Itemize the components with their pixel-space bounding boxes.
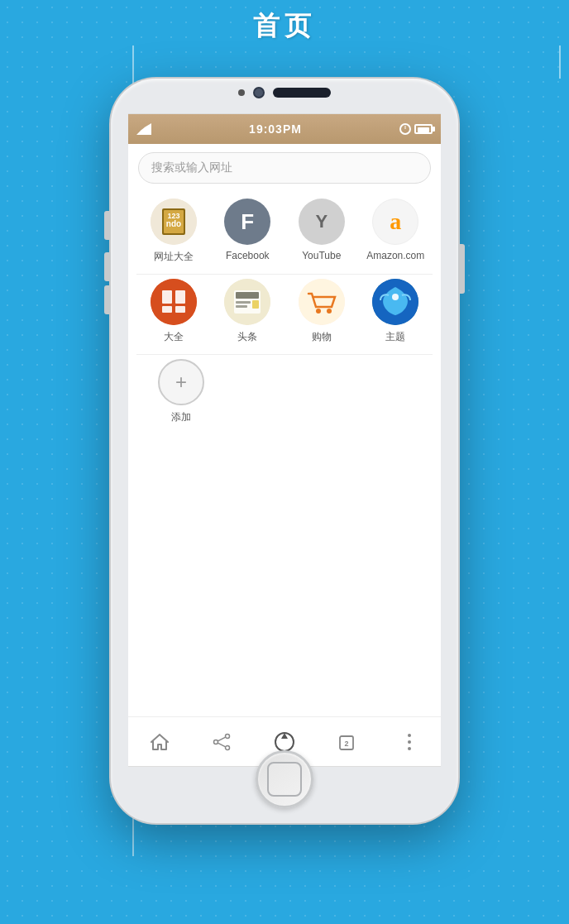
app-item-zhuti[interactable]: 主题 — [362, 279, 428, 344]
app-label-daquan: 大全 — [164, 330, 184, 344]
svg-point-20 — [392, 294, 399, 300]
app-item-amazon[interactable]: a Amazon.com — [362, 199, 428, 264]
home-icon — [151, 733, 169, 751]
app-label-wangzhi: 网址大全 — [154, 250, 194, 264]
app-row-2: 大全 头条 — [136, 279, 433, 355]
app-label-facebook: Facebook — [226, 250, 270, 261]
speaker-bar — [273, 88, 331, 98]
home-button-inner — [267, 762, 302, 797]
clock-icon — [399, 123, 411, 135]
app-icon-gouwu — [299, 279, 345, 325]
bracket-decoration-right — [559, 45, 561, 79]
app-label-youtube: YouTube — [302, 250, 341, 261]
app-icon-toutiao — [224, 279, 270, 325]
svg-point-18 — [327, 309, 332, 314]
svg-point-5 — [151, 279, 197, 325]
svg-text:ndo: ndo — [166, 219, 181, 228]
amazon-letter: a — [390, 208, 401, 235]
app-icon-youtube: Y — [299, 199, 345, 245]
svg-point-23 — [226, 745, 230, 749]
svg-text:123: 123 — [167, 212, 179, 220]
nav-share-button[interactable] — [203, 724, 240, 760]
svg-rect-6 — [162, 290, 172, 304]
svg-rect-15 — [252, 300, 259, 309]
svg-rect-8 — [162, 306, 172, 313]
status-time: 19:03PM — [249, 122, 302, 136]
screen-inner: 19:03PM 搜索或输入网址 — [128, 113, 441, 767]
speaker-dot — [238, 89, 245, 96]
app-item-gouwu[interactable]: 购物 — [289, 279, 355, 344]
tabs-icon: 2 — [338, 733, 356, 751]
app-item-facebook[interactable]: F Facebook — [214, 199, 280, 264]
phone-top — [127, 87, 442, 98]
app-icon-wangzhi: ndo 123 — [151, 199, 197, 245]
battery-icon — [414, 124, 433, 134]
status-bar: 19:03PM — [128, 114, 441, 144]
app-item-wangzhi[interactable]: ndo 123 网址大全 — [141, 199, 207, 264]
svg-rect-14 — [236, 305, 247, 308]
nav-more-button[interactable] — [391, 724, 428, 760]
share-icon — [213, 733, 231, 751]
svg-rect-9 — [175, 306, 185, 313]
facebook-letter: F — [241, 209, 254, 235]
svg-line-24 — [218, 737, 226, 741]
app-grid: ndo 123 网址大全 F Facebook Y — [128, 192, 441, 445]
browser-icon — [274, 731, 295, 753]
svg-rect-7 — [175, 290, 185, 304]
add-item[interactable]: + 添加 — [148, 359, 214, 424]
app-item-youtube[interactable]: Y YouTube — [289, 199, 355, 264]
svg-point-22 — [214, 740, 218, 744]
app-label-toutiao: 头条 — [237, 330, 257, 344]
app-label-gouwu: 购物 — [312, 330, 332, 344]
nav-home-button[interactable] — [141, 724, 178, 760]
app-icon-amazon: a — [372, 199, 418, 245]
status-icons — [399, 123, 433, 135]
svg-line-25 — [218, 743, 226, 747]
svg-rect-12 — [236, 292, 259, 299]
app-row-add: + 添加 — [136, 359, 433, 434]
phone-home-button[interactable] — [256, 750, 313, 808]
app-icon-facebook: F — [224, 199, 270, 245]
app-label-zhuti: 主题 — [385, 330, 405, 344]
svg-point-21 — [226, 734, 230, 738]
app-row-1: ndo 123 网址大全 F Facebook Y — [136, 199, 433, 275]
app-icon-daquan — [151, 279, 197, 325]
camera — [253, 87, 265, 98]
youtube-letter: Y — [315, 211, 328, 232]
app-item-daquan[interactable]: 大全 — [141, 279, 207, 344]
page-title: 首页 — [0, 8, 569, 45]
add-label: 添加 — [171, 410, 191, 424]
add-symbol: + — [175, 371, 187, 394]
svg-point-17 — [316, 309, 321, 314]
search-placeholder: 搜索或输入网址 — [151, 160, 232, 175]
search-bar[interactable]: 搜索或输入网址 — [138, 152, 431, 184]
svg-point-16 — [299, 279, 345, 325]
app-icon-zhuti — [372, 279, 418, 325]
more-icon — [408, 734, 411, 750]
signal-icon — [136, 123, 151, 135]
svg-rect-13 — [236, 301, 251, 304]
phone-frame: 19:03PM 搜索或输入网址 — [111, 79, 458, 823]
add-icon: + — [158, 359, 204, 405]
app-item-toutiao[interactable]: 头条 — [214, 279, 280, 344]
app-label-amazon: Amazon.com — [366, 250, 424, 261]
nav-tabs-button[interactable]: 2 — [329, 724, 366, 760]
svg-text:2: 2 — [344, 740, 348, 748]
